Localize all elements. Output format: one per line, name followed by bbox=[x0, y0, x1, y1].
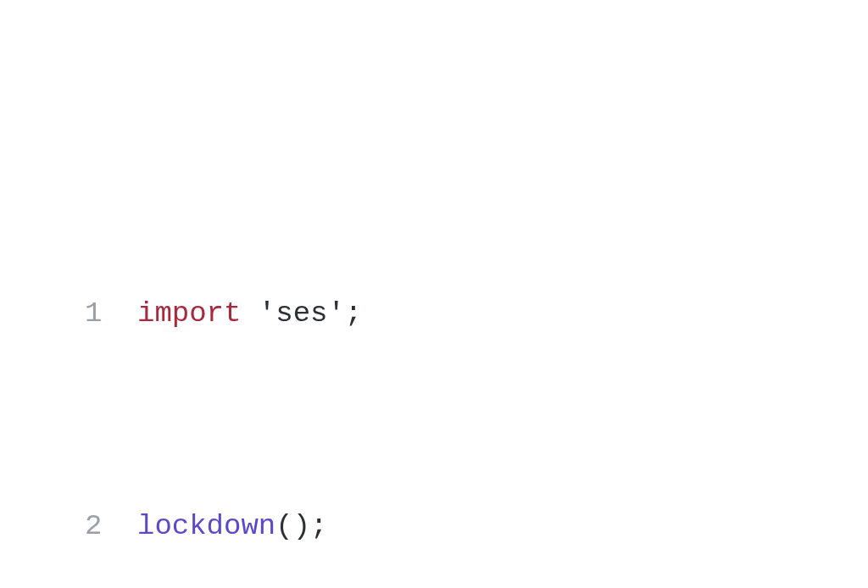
line-number: 1 bbox=[85, 287, 137, 341]
code-content: import 'ses'; bbox=[137, 287, 362, 341]
code-content: lockdown(); bbox=[137, 500, 327, 553]
semicolon: ; bbox=[345, 297, 362, 330]
string-quote: ' bbox=[327, 297, 344, 330]
string-literal: ses bbox=[275, 297, 327, 330]
string-quote: ' bbox=[259, 297, 275, 330]
function-call: lockdown bbox=[137, 510, 275, 542]
code-line: 2 lockdown(); bbox=[85, 500, 760, 553]
code-block: 1 import 'ses'; 2 lockdown(); 3 let comp… bbox=[85, 127, 760, 588]
paren-open: ( bbox=[275, 510, 292, 542]
code-line: 1 import 'ses'; bbox=[85, 287, 760, 341]
keyword-import: import bbox=[137, 297, 241, 330]
semicolon: ; bbox=[310, 510, 327, 542]
space bbox=[241, 297, 258, 330]
line-number: 2 bbox=[85, 500, 137, 553]
paren-close: ) bbox=[293, 510, 310, 542]
